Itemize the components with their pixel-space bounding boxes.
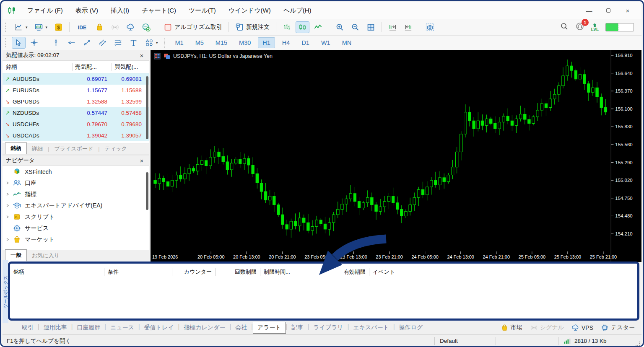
- channel-button[interactable]: [96, 37, 109, 49]
- navigator-item-6[interactable]: マーケット: [3, 234, 149, 245]
- menu-item-3[interactable]: チャート(C): [135, 4, 182, 17]
- market-watch-row-EURUSDs[interactable]: ↗EURUSDs1.156771.15688: [3, 85, 149, 96]
- market-watch-tab-1[interactable]: 詳細: [27, 143, 48, 154]
- timeframe-M5[interactable]: M5: [191, 37, 208, 48]
- navigator-tab-0[interactable]: 一般: [5, 249, 27, 262]
- menu-item-4[interactable]: ツール(T): [182, 4, 222, 17]
- chart-area[interactable]: 156.910156.640156.370156.100155.830155.5…: [151, 50, 641, 262]
- resize-grip[interactable]: [636, 342, 640, 346]
- toolbox-vertical-tab[interactable]: ツールボックス: [3, 260, 8, 323]
- navigator-item-3[interactable]: エキスパートアドバイザ(EA): [3, 200, 149, 211]
- chart-line-button[interactable]: ▾: [12, 21, 30, 33]
- navigator-tab-1[interactable]: お気に入り: [27, 250, 65, 261]
- expander-chevron-icon[interactable]: [6, 236, 13, 243]
- alerts-column-3[interactable]: 回数制限: [216, 268, 260, 276]
- line-chart-button[interactable]: [311, 21, 325, 33]
- market-watch-column-2[interactable]: 買気配(...: [112, 63, 146, 71]
- bottom-right-0[interactable]: 市場: [501, 324, 522, 331]
- candlestick-chart[interactable]: 156.910156.640156.370156.100155.830155.5…: [151, 50, 641, 262]
- expander-chevron-icon[interactable]: [6, 179, 13, 187]
- dollar-button[interactable]: $: [52, 21, 65, 33]
- toolbar-drag-handle[interactable]: [5, 23, 8, 32]
- fibo-lines-button[interactable]: [111, 37, 125, 49]
- bottom-tab-4[interactable]: 受信トレイ: [140, 322, 178, 333]
- expander-chevron-icon[interactable]: [6, 213, 13, 221]
- shift-left-button[interactable]: [401, 21, 415, 33]
- navigator-scrollbar[interactable]: [146, 172, 148, 210]
- menu-item-2[interactable]: 挿入(I): [104, 4, 135, 17]
- timeframe-H1[interactable]: H1: [258, 37, 275, 48]
- search-icon[interactable]: [560, 22, 569, 32]
- market-watch-column-1[interactable]: 売気配...: [72, 63, 112, 71]
- menu-item-0[interactable]: ファイル (F): [21, 4, 69, 17]
- market-watch-tab-3[interactable]: ティック: [100, 143, 132, 154]
- bottom-tab-5[interactable]: 指標カレンダー: [179, 322, 229, 333]
- market-watch-tab-2[interactable]: プライスボード: [49, 143, 98, 154]
- dropdown-caret-icon[interactable]: ▾: [156, 41, 158, 45]
- cloud-button[interactable]: [124, 21, 138, 33]
- bottom-tab-8[interactable]: 記事: [287, 322, 307, 333]
- bottom-right-3[interactable]: テスター: [601, 324, 635, 331]
- alerts-column-1[interactable]: 条件: [104, 268, 172, 276]
- alerts-column-4[interactable]: 制限時間...: [260, 268, 300, 276]
- navigator-item-5[interactable]: サービス: [3, 223, 149, 234]
- shapes-button[interactable]: ▾: [142, 37, 161, 49]
- depth-of-market-icon[interactable]: [154, 53, 161, 60]
- toolbar-drag-handle[interactable]: [5, 38, 8, 47]
- navigator-item-0[interactable]: XSFintech: [3, 166, 149, 177]
- close-icon[interactable]: ×: [138, 157, 145, 164]
- screenshot-camera-button[interactable]: [423, 21, 437, 33]
- crosshair-button[interactable]: [27, 37, 41, 49]
- cursor-button[interactable]: [12, 37, 26, 49]
- navigator-item-4[interactable]: スクリプト: [3, 211, 149, 223]
- close-button[interactable]: ×: [620, 5, 636, 16]
- text-tool-button[interactable]: [127, 37, 140, 49]
- close-icon[interactable]: ×: [138, 52, 145, 59]
- bottom-right-1[interactable]: シグナル: [530, 324, 564, 331]
- market-bag-button[interactable]: [93, 21, 106, 33]
- menu-item-6[interactable]: ヘルプ(H): [277, 4, 318, 17]
- bottom-tab-2[interactable]: 口座履歴: [73, 322, 104, 333]
- alerts-column-6[interactable]: イベント: [369, 268, 415, 276]
- zoom-in-button[interactable]: [333, 21, 347, 33]
- timeframe-M15[interactable]: M15: [211, 37, 232, 48]
- alerts-column-2[interactable]: カウンター: [172, 268, 216, 276]
- vertical-line-button[interactable]: [49, 37, 63, 49]
- market-watch-scrollbar[interactable]: [146, 76, 148, 139]
- timeframe-M1[interactable]: M1: [171, 37, 188, 48]
- navigator-titlebar[interactable]: ナビゲータ ×: [3, 155, 149, 166]
- timeframe-H4[interactable]: H4: [278, 37, 295, 48]
- expander-chevron-icon[interactable]: [6, 190, 13, 198]
- menu-item-1[interactable]: 表示 (V): [69, 4, 104, 17]
- market-watch-row-NZDUSDs[interactable]: ↗NZDUSDs0.574470.57458: [3, 107, 149, 119]
- market-watch-row-AUDUSDs[interactable]: ↗AUDUSDs0.690710.69081: [3, 73, 149, 85]
- one-click-trading-icon[interactable]: [164, 53, 170, 60]
- bottom-right-2[interactable]: VPS: [571, 324, 593, 331]
- bottom-tab-3[interactable]: ニュース: [106, 322, 138, 333]
- bottom-tab-11[interactable]: 操作ログ: [395, 322, 427, 333]
- bottom-tab-7[interactable]: アラート: [253, 322, 286, 334]
- shift-right-button[interactable]: [386, 21, 400, 33]
- community-globe-button[interactable]: [139, 21, 153, 33]
- market-watch-tab-0[interactable]: 銘柄: [5, 142, 27, 155]
- dropdown-caret-icon[interactable]: ▾: [26, 25, 28, 29]
- alerts-column-5[interactable]: 有効期限: [300, 268, 369, 276]
- bottom-tab-9[interactable]: ライブラリ: [309, 322, 348, 333]
- market-watch-titlebar[interactable]: 気配値表示: 09:02:07 ×: [3, 50, 149, 61]
- market-watch-row-USDCADs[interactable]: ↘USDCADs1.390421.39057: [3, 130, 149, 141]
- timeframe-W1[interactable]: W1: [317, 37, 335, 48]
- bars-chart-button[interactable]: [280, 21, 294, 33]
- tile-windows-button[interactable]: [364, 21, 378, 33]
- minimize-button[interactable]: —: [581, 5, 597, 16]
- chart-profile-button[interactable]: ▾: [32, 21, 50, 33]
- candles-chart-button[interactable]: [296, 21, 309, 33]
- market-watch-column-0[interactable]: 銘柄: [3, 63, 72, 71]
- expander-chevron-icon[interactable]: [6, 202, 13, 210]
- market-watch-row-GBPUSDs[interactable]: ↘GBPUSDs1.325881.32599: [3, 96, 149, 107]
- algo-checkbox-button[interactable]: アルゴリズム取引: [161, 21, 225, 33]
- restore-button[interactable]: [600, 5, 616, 16]
- signal-broadcast-button[interactable]: [108, 21, 122, 33]
- new-order-button[interactable]: 新規注文: [233, 21, 272, 33]
- navigator-item-1[interactable]: 口座: [3, 177, 149, 189]
- timeframe-D1[interactable]: D1: [297, 37, 314, 48]
